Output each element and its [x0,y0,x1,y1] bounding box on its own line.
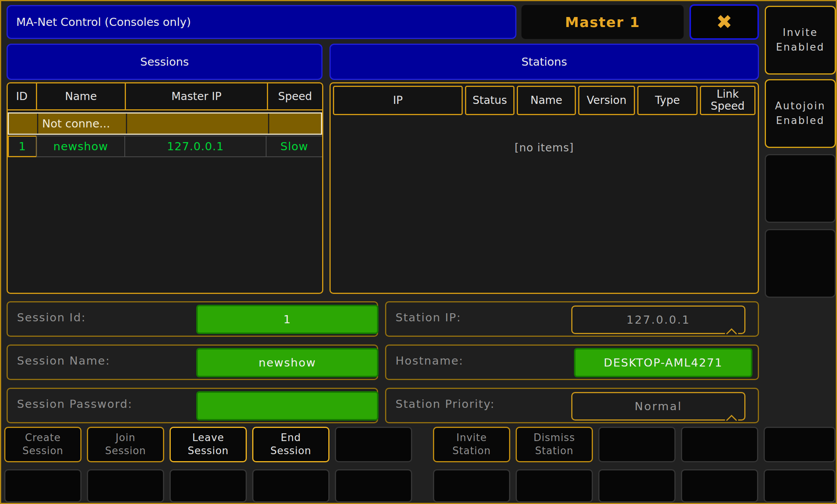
column-header-master-ip[interactable]: Master IP [126,83,268,109]
session-id-label: Session Id: [17,311,86,324]
stations-table: IP Status Name Version Type Link Speed [… [329,82,759,294]
empty-button-slot [87,469,164,502]
sessions-table-header: ID Name Master IP Speed [8,83,322,110]
column-header-name[interactable]: Name [517,86,576,115]
station-ip-value: 127.0.0.1 [626,313,690,326]
session-row[interactable]: 1 newshow 127.0.0.1 Slow [8,136,322,157]
hostname-field[interactable]: DESKTOP-AML4271 [574,348,752,377]
master-indicator[interactable]: Master 1 [521,5,684,39]
cell-master-ip[interactable]: 127.0.0.1 [124,136,267,157]
session-password-field[interactable] [196,391,379,421]
window-title: MA-Net Control (Consoles only) [7,5,516,39]
empty-button-slot [681,469,758,502]
stations-table-header: IP Status Name Version Type Link Speed [331,83,758,117]
ma-net-control-window: MA-Net Control (Consoles only) Master 1 … [0,0,837,504]
station-ip-row: Station IP: 127.0.0.1 [385,301,759,337]
empty-button-slot [764,427,835,462]
cell-name: Not conne... [38,114,127,134]
end-session-button[interactable]: End Session [252,427,329,462]
session-password-label: Session Password: [17,397,132,411]
cell-speed [269,114,321,134]
no-items-placeholder: [no items] [331,141,758,154]
empty-button-slot [433,469,510,502]
session-id-field[interactable]: 1 [196,305,379,334]
station-priority-field[interactable]: Normal [571,392,745,421]
station-priority-row: Station Priority: Normal [385,388,759,423]
invite-station-button[interactable]: Invite Station [433,427,510,462]
column-header-type[interactable]: Type [637,86,698,115]
column-header-link-speed[interactable]: Link Speed [700,86,756,115]
session-row-not-connected[interactable]: Not conne... [8,112,322,135]
empty-button-slot [252,469,329,502]
column-header-status[interactable]: Status [465,86,514,115]
empty-button-slot [681,427,758,462]
empty-button-slot [764,469,835,502]
autojoin-enabled-toggle[interactable]: Autojoin Enabled [765,79,836,148]
leave-session-button[interactable]: Leave Session [170,427,247,462]
stations-section-header: Stations [329,44,759,80]
empty-button-slot [335,469,412,502]
column-header-id[interactable]: ID [8,83,37,109]
hostname-row: Hostname: DESKTOP-AML4271 [385,344,759,380]
column-header-ip[interactable]: IP [333,86,463,115]
cell-name[interactable]: newshow [36,136,125,157]
join-session-button[interactable]: Join Session [87,427,164,462]
empty-button-slot [598,469,676,502]
sessions-table: ID Name Master IP Speed Not conne... 1 n… [7,82,323,294]
station-priority-value: Normal [635,400,682,413]
swipe-corner-icon [725,326,738,335]
cell-id[interactable]: 1 [8,136,37,157]
session-name-label: Session Name: [17,354,110,367]
column-header-name[interactable]: Name [37,83,126,109]
swipe-corner-icon [725,413,738,421]
cell-id [9,114,38,134]
session-password-row: Session Password: [7,388,378,423]
session-name-row: Session Name: newshow [7,344,378,380]
empty-button-slot [4,469,81,502]
station-ip-field[interactable]: 127.0.0.1 [571,305,745,334]
station-priority-label: Station Priority: [396,397,495,411]
session-id-row: Session Id: 1 [7,301,378,337]
close-button[interactable]: ✖ [689,4,759,40]
session-name-field[interactable]: newshow [196,348,379,377]
column-header-speed[interactable]: Speed [268,83,322,109]
hostname-label: Hostname: [396,354,463,367]
empty-button-slot [335,427,412,462]
empty-button-slot [765,229,836,298]
cell-master-ip [127,114,269,134]
empty-button-slot [765,154,836,223]
empty-button-slot [170,469,247,502]
empty-button-slot [598,427,676,462]
sessions-section-header: Sessions [7,44,323,80]
cell-speed[interactable]: Slow [266,136,323,157]
invite-enabled-toggle[interactable]: Invite Enabled [765,6,836,75]
column-header-version[interactable]: Version [578,86,635,115]
close-icon: ✖ [716,12,732,32]
station-ip-label: Station IP: [396,311,461,324]
empty-button-slot [516,469,593,502]
create-session-button[interactable]: Create Session [4,427,81,462]
dismiss-station-button[interactable]: Dismiss Station [516,427,593,462]
